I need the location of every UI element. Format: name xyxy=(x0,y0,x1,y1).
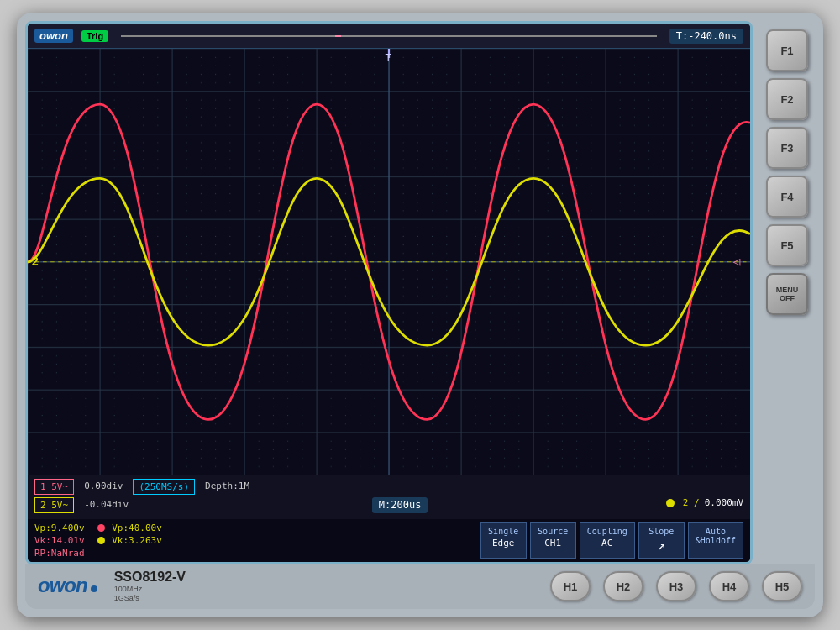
screen-logo: owon xyxy=(34,29,73,43)
trig-mv-value: 0.000mV xyxy=(705,497,743,513)
ch2-trig-level: 2 / xyxy=(666,497,700,513)
source-button[interactable]: Source CH1 xyxy=(530,522,576,559)
slope-button[interactable]: Slope ↗ xyxy=(638,522,685,559)
f5-button[interactable]: F5 xyxy=(766,224,808,266)
ch1-vp-measurement: Vp:40.00v xyxy=(97,522,162,533)
h1-button[interactable]: H1 xyxy=(550,571,591,601)
svg-text:◁: ◁ xyxy=(733,255,741,268)
waveform-display: 2 ◁ T xyxy=(28,49,750,475)
f4-button[interactable]: F4 xyxy=(766,176,808,218)
f1-button[interactable]: F1 xyxy=(766,29,808,71)
spec-info: 100MHz 1GSa/s xyxy=(114,585,186,604)
svg-text:T: T xyxy=(385,53,391,65)
ch2-offset: -0.04div xyxy=(79,497,134,513)
ch2-rp-measurement: RP:NaNrad xyxy=(34,548,85,559)
ch1-voltage-box: 1 5V~ xyxy=(34,479,74,495)
side-function-buttons: F1 F2 F3 F4 F5 MENU OFF xyxy=(759,21,815,564)
ch1-vk-measurement: Vk:14.01v xyxy=(34,535,85,546)
ch1-offset: 0.00div xyxy=(79,479,128,495)
h5-button[interactable]: H5 xyxy=(762,571,802,601)
oscilloscope-screen: owon Trig T:-240.0ns xyxy=(25,21,753,564)
svg-text:2: 2 xyxy=(32,255,39,268)
single-edge-button[interactable]: Single Edge xyxy=(480,522,527,559)
h2-button[interactable]: H2 xyxy=(603,571,643,601)
bottom-h-buttons: H1 H2 H3 H4 H5 xyxy=(550,571,802,601)
depth-info: Depth:1M xyxy=(200,479,255,495)
sampling-rate: (250MS/s) xyxy=(133,479,195,495)
trigger-controls: Single Edge Source CH1 Coupling AC Slope… xyxy=(480,522,743,559)
ch2-vp-measurement: Vp:9.400v xyxy=(34,522,85,533)
model-name: SSO8192-V xyxy=(114,570,186,584)
measurements-section: Vp:9.400v Vk:14.01v RP:NaNrad Vp:40.00v … xyxy=(28,519,750,562)
menu-off-button[interactable]: MENU OFF xyxy=(766,273,808,315)
bottom-bar: owon SSO8192-V 100MHz 1GSa/s H1 H2 H3 H4… xyxy=(25,564,815,609)
owon-circle-r xyxy=(91,585,97,592)
h3-button[interactable]: H3 xyxy=(656,571,696,601)
time-display: T:-240.0ns xyxy=(669,29,743,44)
oscilloscope-body: owon Trig T:-240.0ns xyxy=(17,13,823,617)
h4-button[interactable]: H4 xyxy=(709,571,749,601)
brand-logo-area: owon xyxy=(38,574,97,599)
trig-badge: Trig xyxy=(81,30,108,42)
trigger-line-indicator xyxy=(121,35,657,37)
auto-holdoff-button[interactable]: Auto &Holdoff xyxy=(688,522,743,559)
grid-overlay: 2 ◁ T xyxy=(28,49,750,475)
f3-button[interactable]: F3 xyxy=(766,127,808,169)
ch1-vk2-measurement: Vk:3.263v xyxy=(97,535,162,546)
model-info: SSO8192-V 100MHz 1GSa/s xyxy=(114,570,186,604)
screen-bottom-info: 1 5V~ 0.00div (250MS/s) Depth:1M 2 5V~ -… xyxy=(28,475,750,519)
ch2-voltage-box: 2 5V~ xyxy=(34,497,74,513)
screen-header: owon Trig T:-240.0ns xyxy=(28,24,750,49)
f2-button[interactable]: F2 xyxy=(766,78,808,120)
coupling-button[interactable]: Coupling AC xyxy=(580,522,635,559)
owon-logo-text: owon xyxy=(38,574,87,597)
time-scale-main: M:200us xyxy=(372,497,428,513)
